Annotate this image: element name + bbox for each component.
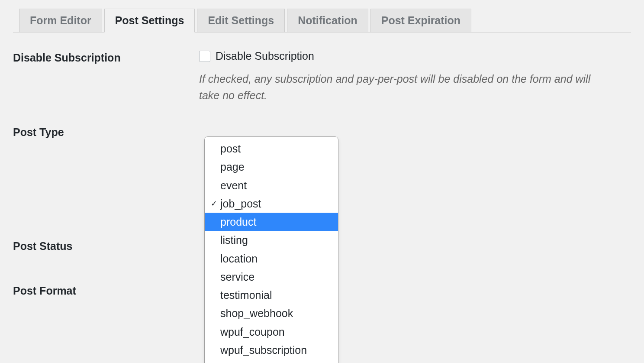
dropdown-option-product[interactable]: product [205, 213, 338, 231]
row-disable-subscription: Disable Subscription Disable Subscriptio… [13, 50, 631, 104]
dropdown-option-listing[interactable]: listing [205, 231, 338, 249]
dropdown-option-shop_webhook[interactable]: shop_webhook [205, 304, 338, 322]
checkbox-disable-subscription[interactable] [199, 51, 210, 62]
checkbox-label-disable-subscription[interactable]: Disable Subscription [216, 50, 314, 62]
dropdown-option-location[interactable]: location [205, 250, 338, 268]
tabs-nav: Form Editor Post Settings Edit Settings … [13, 9, 631, 32]
dropdown-option-post[interactable]: post [205, 139, 338, 158]
dropdown-option-page[interactable]: page [205, 158, 338, 176]
dropdown-option-label: wpuf_coupon [220, 324, 285, 340]
label-post-format: Post Format [13, 283, 199, 297]
tab-notification[interactable]: Notification [287, 9, 368, 32]
dropdown-option-label: job_post [220, 196, 261, 211]
label-post-type: Post Type [13, 124, 199, 139]
dropdown-option-label: wpuf_subscription [220, 342, 307, 358]
check-icon: ✓ [211, 198, 220, 209]
dropdown-option-label: testimonial [220, 287, 272, 303]
dropdown-option-label: shop_webhook [220, 305, 293, 321]
tab-form-editor[interactable]: Form Editor [19, 9, 102, 32]
dropdown-option-testimonial[interactable]: testimonial [205, 286, 338, 304]
dropdown-option-label: wpuf_input [220, 360, 273, 363]
content-disable-subscription: Disable Subscription If checked, any sub… [199, 50, 631, 104]
dropdown-option-label: service [220, 269, 254, 285]
dropdown-option-wpuf_subscription[interactable]: wpuf_subscription [205, 341, 338, 359]
tab-edit-settings[interactable]: Edit Settings [197, 9, 285, 32]
dropdown-option-label: location [220, 251, 258, 266]
settings-form: Disable Subscription Disable Subscriptio… [13, 50, 631, 297]
dropdown-option-label: event [220, 178, 247, 193]
description-disable-subscription: If checked, any subscription and pay-per… [199, 71, 597, 104]
post-type-dropdown[interactable]: postpageevent✓job_postproductlistingloca… [204, 136, 338, 363]
dropdown-option-wpuf_coupon[interactable]: wpuf_coupon [205, 323, 338, 341]
dropdown-option-wpuf_input[interactable]: wpuf_input [205, 359, 338, 363]
dropdown-option-label: post [220, 141, 241, 156]
dropdown-option-event[interactable]: event [205, 176, 338, 194]
dropdown-option-job_post[interactable]: ✓job_post [205, 194, 338, 213]
dropdown-option-label: product [220, 214, 256, 230]
dropdown-option-label: listing [220, 232, 248, 248]
tab-post-settings[interactable]: Post Settings [104, 9, 195, 32]
dropdown-option-service[interactable]: service [205, 268, 338, 286]
dropdown-option-label: page [220, 159, 245, 175]
label-post-status: Post Status [13, 238, 199, 253]
tab-post-expiration[interactable]: Post Expiration [370, 9, 471, 32]
label-disable-subscription: Disable Subscription [13, 50, 199, 64]
